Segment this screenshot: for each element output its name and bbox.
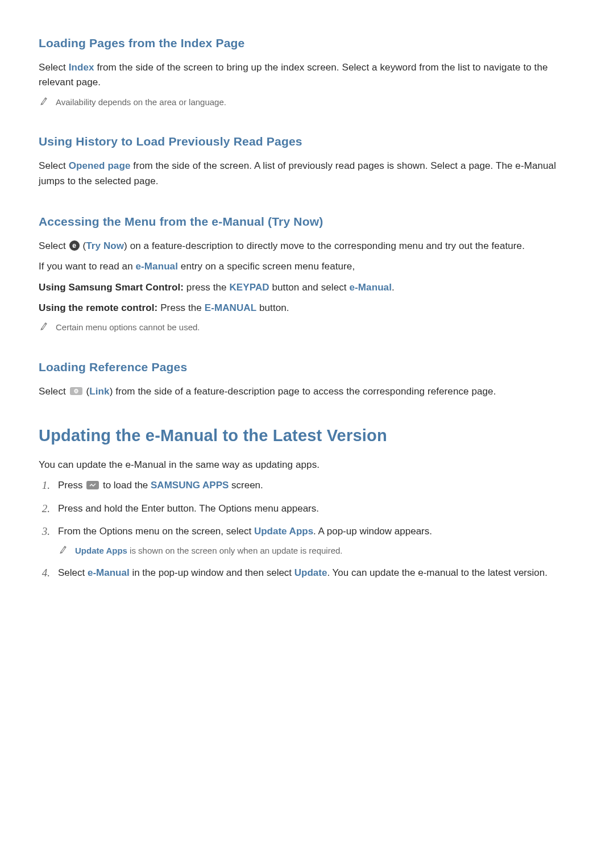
- text: From the Options menu on the screen, sel…: [58, 526, 254, 537]
- note-text: Update Apps is shown on the screen only …: [75, 545, 343, 558]
- step-text: Press and hold the Enter button. The Opt…: [58, 501, 319, 516]
- paragraph: Select e (Try Now) on a feature-descript…: [39, 239, 575, 254]
- step-text: From the Options menu on the screen, sel…: [58, 524, 432, 558]
- heading-try-now: Accessing the Menu from the e-Manual (Tr…: [39, 215, 575, 229]
- text: .: [392, 282, 395, 293]
- paragraph: You can update the e-Manual in the same …: [39, 458, 575, 472]
- step-number: 3.: [39, 524, 50, 539]
- keyword-update: Update: [294, 567, 327, 578]
- paragraph: Select Index from the side of the screen…: [39, 60, 575, 90]
- text: . A pop-up window appears.: [313, 526, 432, 537]
- note: Update Apps is shown on the screen only …: [59, 545, 432, 558]
- list-item: 3. From the Options menu on the screen, …: [39, 524, 575, 558]
- text: press the: [184, 282, 229, 293]
- keyword-samsung-apps: SAMSUNG APPS: [151, 480, 229, 491]
- text: If you want to read an: [39, 261, 136, 272]
- note: Certain menu options cannot be used.: [40, 321, 575, 334]
- heading-loading-index: Loading Pages from the Index Page: [39, 36, 575, 50]
- step-number: 4.: [39, 566, 50, 580]
- heading-updating: Updating the e-Manual to the Latest Vers…: [39, 426, 575, 445]
- text: Select: [58, 567, 88, 578]
- text: Select: [39, 160, 69, 171]
- pencil-icon: [40, 321, 48, 330]
- text: button and select: [269, 282, 350, 293]
- step-text: Select e-Manual in the pop-up window and…: [58, 566, 547, 580]
- text: Press the: [157, 302, 204, 313]
- pencil-icon: [59, 545, 67, 554]
- list-item: 1. Press to load the SAMSUNG APPS screen…: [39, 478, 575, 493]
- text: button.: [256, 302, 289, 313]
- heading-history: Using History to Load Previously Read Pa…: [39, 135, 575, 148]
- text: in the pop-up window and then select: [130, 567, 294, 578]
- step-number: 1.: [39, 478, 50, 493]
- keyword-index: Index: [69, 62, 94, 73]
- paragraph: Using the remote control: Press the E-MA…: [39, 301, 575, 315]
- text: entry on a specific screen menu feature,: [178, 261, 355, 272]
- link-chip-icon: [70, 387, 82, 395]
- try-now-pill-icon: e: [69, 240, 80, 251]
- keyword-e-manual: e-Manual: [88, 567, 130, 578]
- ordered-list: 1. Press to load the SAMSUNG APPS screen…: [39, 478, 575, 580]
- text: Select: [39, 240, 69, 251]
- section-loading-index: Loading Pages from the Index Page Select…: [39, 36, 575, 109]
- keyword-update-apps: Update Apps: [254, 526, 313, 537]
- label-smart-control: Using Samsung Smart Control:: [39, 282, 184, 293]
- text: to load the: [100, 480, 151, 491]
- keyword-link: Link: [89, 386, 109, 397]
- paragraph: Select (Link) from the side of a feature…: [39, 384, 575, 399]
- heading-reference-pages: Loading Reference Pages: [39, 360, 575, 374]
- keyword-e-manual: e-Manual: [136, 261, 178, 272]
- note-text: Availability depends on the area or lang…: [56, 96, 226, 109]
- paragraph: Using Samsung Smart Control: press the K…: [39, 280, 575, 295]
- pencil-icon: [40, 96, 48, 105]
- keyword-update-apps: Update Apps: [75, 546, 127, 555]
- keyword-e-manual-button: E-MANUAL: [205, 302, 256, 313]
- list-item: 2. Press and hold the Enter button. The …: [39, 501, 575, 516]
- paragraph: If you want to read an e-Manual entry on…: [39, 259, 575, 274]
- label-remote-control: Using the remote control:: [39, 302, 157, 313]
- step-number: 2.: [39, 501, 50, 516]
- list-item: 4. Select e-Manual in the pop-up window …: [39, 566, 575, 580]
- text: Select: [39, 62, 69, 73]
- note-text: Certain menu options cannot be used.: [56, 321, 200, 334]
- note: Availability depends on the area or lang…: [40, 96, 575, 109]
- text: ) from the side of a feature-description…: [110, 386, 496, 397]
- paragraph: Select Opened page from the side of the …: [39, 159, 575, 189]
- text: . You can update the e-manual to the lat…: [327, 567, 547, 578]
- text: from the side of the screen to bring up …: [39, 62, 548, 88]
- keyword-keypad: KEYPAD: [229, 282, 269, 293]
- step-text: Press to load the SAMSUNG APPS screen.: [58, 478, 263, 493]
- smart-hub-button-icon: [86, 481, 99, 489]
- section-reference-pages: Loading Reference Pages Select (Link) fr…: [39, 360, 575, 399]
- text: Press: [58, 480, 85, 491]
- text: ) on a feature-description to directly m…: [124, 240, 525, 251]
- keyword-opened-page: Opened page: [69, 160, 131, 171]
- keyword-e-manual: e-Manual: [350, 282, 392, 293]
- text: is shown on the screen only when an upda…: [127, 546, 343, 555]
- keyword-try-now: Try Now: [86, 240, 124, 251]
- section-history: Using History to Load Previously Read Pa…: [39, 135, 575, 189]
- section-try-now: Accessing the Menu from the e-Manual (Tr…: [39, 215, 575, 334]
- text: Select: [39, 386, 69, 397]
- manual-page: Loading Pages from the Index Page Select…: [0, 0, 614, 868]
- text: screen.: [229, 480, 263, 491]
